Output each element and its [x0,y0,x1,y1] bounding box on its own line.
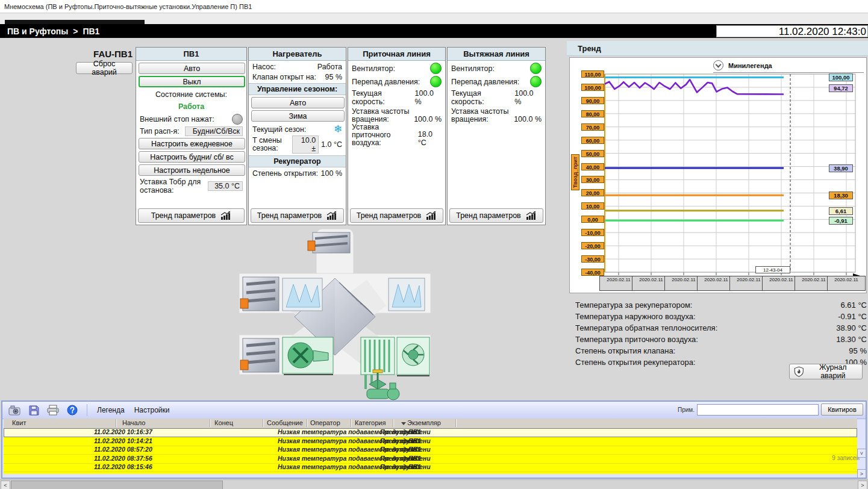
supply-panel-title: Приточная линия [348,48,445,61]
system-state-label: Состояние системы: [136,90,246,99]
alarm-row[interactable]: 11.02.2020 08:15:46Низкая температура по… [4,463,857,472]
reset-alarms-button[interactable]: Сброс аварий [76,62,133,74]
acknowledge-button[interactable]: Квитиров [821,403,863,416]
exhaust-trend-button[interactable]: Тренд параметров [449,208,543,223]
supply-trend-label: Тренд параметров [357,211,422,220]
supply-air-setpoint-value: 18.0 °C [418,130,442,147]
readout-label: Степень открытия рекуператора: [575,358,696,367]
recuperator-open-label: Степень открытия: [252,169,318,178]
alarm-column-header[interactable]: Начало [122,419,145,426]
alarm-column-header[interactable]: Экземпляр [401,419,441,426]
supply-speed-value: 100.0 % [415,89,442,106]
column-separator[interactable] [210,419,210,427]
y-axis-title: Твозд_прит [571,154,579,190]
alarm-column-header[interactable]: Сообщение [267,419,303,426]
scrollbar-thumb[interactable] [11,481,223,489]
alarm-row[interactable]: 11.02.2020 08:57:20Низкая температура по… [4,446,857,455]
ext-stop-indicator [232,114,243,125]
horizontal-scrollbar[interactable]: < > [0,479,868,489]
alarm-start-time: 11.02.2020 10:16:37 [94,428,152,435]
exhaust-freq-setpoint-value: 100.0 % [514,115,542,123]
readout-value: 6.61 °C [840,301,867,310]
alarm-column-header[interactable]: Оператор [310,419,340,426]
series-value-label: 38,90 [829,164,853,172]
alarm-list-panel: Легенда Настройки Прим. Квитиров КвитНач… [1,400,867,479]
pv1-auto-button[interactable]: Авто [139,63,245,74]
schedule-type-value: Будни/Сб/Вск [185,126,243,136]
recuperator-open-value: 100 % [321,169,342,178]
outdoor-damper-icon [240,277,279,311]
alarm-row[interactable]: 11.02.2020 08:37:56Низкая температура по… [4,455,857,464]
column-separator[interactable] [116,419,116,427]
print-icon[interactable] [46,403,60,417]
trend-plot-area [570,58,866,293]
exhaust-panel-title: Вытяжная линия [448,48,545,61]
breadcrumb-root[interactable]: ПВ и Руфтопы [7,26,68,36]
heating-coil-icon [361,337,395,375]
pv1-trend-button[interactable]: Тренд параметров [138,208,245,223]
alarm-scroll-down-button[interactable]: ˅ [857,449,866,458]
breadcrumb-separator: > [73,26,78,36]
column-separator[interactable] [455,419,456,427]
column-separator[interactable] [351,419,351,427]
column-separator[interactable] [263,419,263,427]
scroll-left-arrow[interactable]: < [1,481,10,489]
heater-trend-button[interactable]: Тренд параметров [251,208,344,223]
alarm-instance: ПВ1 [408,455,421,462]
y-axis-tick-label: 50,00 [581,150,604,157]
exhaust-freq-setpoint-label: Уставка частотывращения: [451,108,508,123]
readout-row: Температура приточного воздуха:18.30 °C [575,335,868,346]
setup-daily-button[interactable]: Настроить ежедневное [139,138,245,149]
alarm-start-time: 11.02.2020 08:37:56 [94,455,152,462]
column-separator[interactable] [393,419,393,427]
readout-label: Температура наружного воздуха: [575,312,696,321]
supply-trend-button[interactable]: Тренд параметров [350,208,443,223]
readout-label: Температура приточного воздуха: [575,335,698,344]
setup-weekday-button[interactable]: Настроить будни/ сб/ вс [139,151,245,163]
menu-settings[interactable]: Настройки [132,406,172,414]
ext-stop-label: Внешний стоп нажат: [140,115,214,123]
x-axis-tick-label: 2020.02.1112.43.20.000 [827,276,866,291]
alarm-category: Предупреждени [380,446,431,453]
readout-row: Температура обратная теплоносителя:38.90… [575,323,868,335]
scroll-right-arrow[interactable]: > [858,481,867,489]
readout-value: 95 % [849,346,867,355]
trend-chart-icon [526,211,537,220]
alarm-log-button[interactable]: Журнал аварий [789,364,863,379]
alarm-scroll-right-button[interactable]: > [857,469,866,478]
exhaust-trend-label: Тренд параметров [456,211,521,220]
note-input[interactable] [697,404,819,416]
y-axis-tick-label: -10,00 [581,229,604,236]
alarm-column-header[interactable]: Квит [12,419,26,426]
supply-dp-indicator [430,76,442,87]
column-separator[interactable] [307,419,307,427]
season-auto-button[interactable]: Авто [251,97,345,108]
season-winter-button[interactable]: Зима [251,110,345,122]
alarm-row[interactable]: 11.02.2020 10:14:21Низкая температура по… [4,437,857,446]
alarm-column-header[interactable]: Категория [355,419,386,426]
damper-actuator [240,360,248,370]
damper-actuator [240,299,248,308]
exhaust-line-panel: Вытяжная линия Вентилятор: Перепад давле… [447,47,546,225]
menu-legend[interactable]: Легенда [95,406,127,414]
y-axis-tick-label: -40,00 [581,269,604,276]
alarm-row[interactable]: 11.02.2020 10:16:37Низкая температура по… [4,428,857,437]
exhaust-fan-indicator [530,63,542,74]
alarm-category: Предупреждени [380,437,431,444]
y-axis-tick-label: -20,00 [581,242,604,249]
help-icon[interactable] [65,403,80,417]
supply-dp-label: Перепад давления: [352,78,420,86]
trend-chart-icon [220,211,231,220]
trend-panel-header: Тренд [567,41,868,56]
alarm-column-header[interactable]: Конец [214,419,233,426]
alarm-category: Предупреждени [380,455,431,462]
save-icon[interactable] [27,403,41,417]
cursor-time-label: 12-43-04 [755,266,790,273]
snapshot-camera-icon[interactable] [7,403,22,417]
pv1-off-button[interactable]: Выкл [139,76,245,87]
setup-weekly-button[interactable]: Настроить недельное [139,164,245,176]
season-change-t-tolerance: 1.0 °C [321,140,342,149]
records-count: 9 записей [832,455,860,461]
supply-freq-setpoint-label: Уставка частотывращения: [352,108,409,123]
supply-fan-label: Вентилятор: [352,64,395,73]
